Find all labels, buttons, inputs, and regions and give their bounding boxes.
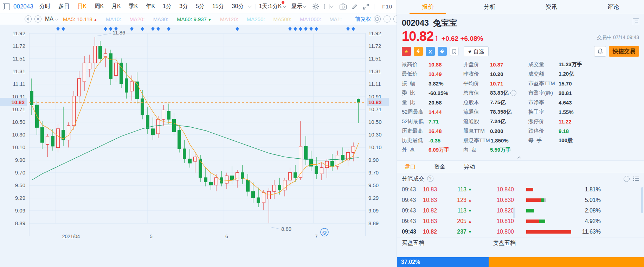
layout-icon[interactable] <box>324 4 329 9</box>
stat-cell: 总市值83.83亿··· <box>463 88 528 98</box>
cn-market-icon: ★ <box>402 47 411 56</box>
more-info-icon[interactable]: ··· <box>510 90 516 96</box>
chevron-down-icon[interactable] <box>303 4 307 8</box>
close-indicator-icon[interactable]: ✕ <box>34 15 41 23</box>
period-tab-5分[interactable]: 5分 <box>192 3 208 10</box>
period-tab-年K[interactable]: 年K <box>142 3 159 10</box>
quote-tab-分析[interactable]: 分析 <box>459 0 521 14</box>
svg-text:10.82: 10.82 <box>368 99 382 105</box>
svg-text:9.29: 9.29 <box>15 195 25 201</box>
undo-icon[interactable] <box>374 15 381 23</box>
stat-cell: 52周最低7.71 <box>402 117 463 126</box>
candlestick-chart[interactable]: 11.9211.9211.7211.7211.5111.5111.3111.31… <box>0 25 397 267</box>
stat-cell: 流通股7.24亿 <box>463 117 528 126</box>
period-tab-周K[interactable]: 周K <box>90 3 108 10</box>
display-menu[interactable]: 显示 <box>291 3 302 10</box>
svg-text:8.89: 8.89 <box>368 220 379 226</box>
quick-trade-button[interactable]: 快捷交易 <box>609 46 639 57</box>
price-distribution-row: 10.8104.92% <box>497 216 644 227</box>
stat-cell <box>528 145 639 155</box>
svg-text:8.89: 8.89 <box>281 226 291 232</box>
chart-toolbar: 002043 分时多日日K周K月K季K年K1分3分5分15分30分 1天:1分K… <box>0 0 397 13</box>
price-distribution-list[interactable]: 10.8401.81%10.8305.01%10.8202.08%10.8104… <box>493 184 644 237</box>
quote-tab-资讯[interactable]: 资讯 <box>521 0 582 14</box>
chevron-down-icon[interactable] <box>248 4 252 8</box>
stat-cell: 内 盘5.59万手 <box>463 145 528 155</box>
stat-cell: 外 盘6.09万手 <box>402 145 463 155</box>
period-tab-1分[interactable]: 1分 <box>159 3 175 10</box>
tick-trade-row: 09:4310.83205▲ <box>402 216 493 227</box>
buy-ratio-label: 37.02% <box>401 259 420 265</box>
stat-cell: 历史最低-0.35 <box>402 136 463 145</box>
tick-trades-header: 分笔成交 ? ··· <box>397 173 644 184</box>
pencil-icon[interactable] <box>352 4 358 10</box>
stat-cell: 委 比-60.25% <box>402 88 463 98</box>
tick-trade-list[interactable]: 09:4310.83113▼09:4310.83123▲09:4310.8211… <box>402 184 493 237</box>
orderflow-tabs: 盘口资金异动 <box>397 160 644 173</box>
fullscreen-icon[interactable] <box>363 4 369 10</box>
window-icon[interactable] <box>3 3 10 10</box>
indicator-bar: ✕ MA MA5: 10.118 ▲MA10:MA20:MA30:MA60: 9… <box>0 13 397 25</box>
tick-trade-row: 09:4310.83123▲ <box>402 195 493 205</box>
period-tab-分时[interactable]: 分时 <box>36 3 54 10</box>
watchlist-label: 自选 <box>474 48 484 55</box>
period-tab-日K[interactable]: 日K <box>73 3 91 10</box>
alert-bell-button[interactable] <box>594 46 606 57</box>
svg-text:9.70: 9.70 <box>15 170 25 176</box>
orderflow-tab-资金[interactable]: 资金 <box>434 163 445 171</box>
period-tab-15分[interactable]: 15分 <box>208 3 228 10</box>
period-combo[interactable]: 1天:1分K <box>259 3 282 10</box>
chevron-down-icon[interactable] <box>283 4 286 8</box>
heart-icon: ♥ <box>468 49 471 55</box>
stat-cell: 市盈率(静)20.81 <box>528 88 639 98</box>
chevron-down-icon[interactable] <box>330 4 334 8</box>
orderflow-tab-异动[interactable]: 异动 <box>464 163 475 171</box>
f10-button[interactable]: F10 <box>382 4 392 9</box>
indicator-name[interactable]: MA <box>45 16 53 22</box>
period-tab-季K[interactable]: 季K <box>125 3 142 10</box>
up-arrow-icon: ↑ <box>434 32 439 43</box>
stock-name: 兔宝宝 <box>433 18 457 28</box>
svg-text:10.50: 10.50 <box>368 119 382 125</box>
indicator-gear-icon[interactable] <box>25 15 32 23</box>
chevron-up-icon <box>517 156 521 160</box>
ma-value-MA1: MA1: <box>329 16 342 22</box>
add-watchlist-button[interactable]: ♥ 自选 <box>464 46 489 56</box>
panel-scrollbar[interactable] <box>641 187 643 213</box>
price-distribution-row: 10.8305.01% <box>497 195 644 205</box>
svg-text:@: @ <box>322 230 327 235</box>
stat-cell: 流通值78.358亿 <box>463 107 528 117</box>
zoom-out-icon[interactable]: − <box>384 15 391 23</box>
gear-icon[interactable] <box>313 3 319 10</box>
period-tab-月K[interactable]: 月K <box>108 3 125 10</box>
sell-depth-label[interactable]: 卖盘五档 <box>493 240 516 247</box>
buy-depth-label[interactable]: 买盘五档 <box>402 240 424 247</box>
buy-ratio-segment: 37.02% <box>397 257 489 267</box>
quote-tab-报价[interactable]: 报价 <box>397 0 459 14</box>
camera-icon[interactable] <box>340 4 347 9</box>
bookmark-icon[interactable] <box>450 47 459 56</box>
svg-text:11.72: 11.72 <box>13 43 25 49</box>
divider <box>374 4 374 9</box>
svg-text:7: 7 <box>315 234 318 239</box>
collapse-stats-button[interactable] <box>397 155 644 160</box>
chevron-down-icon[interactable] <box>55 17 58 20</box>
more-options-icon[interactable]: ··· <box>624 176 630 182</box>
period-tab-3分[interactable]: 3分 <box>175 3 192 10</box>
price-distribution-row: 10.80011.63% <box>497 227 644 237</box>
stat-cell: 历史最高16.48 <box>402 126 463 136</box>
help-icon[interactable]: ? <box>427 176 433 182</box>
adjust-mode-button[interactable]: 前复权 <box>355 16 371 23</box>
period-tab-多日[interactable]: 多日 <box>54 3 73 10</box>
tick-trade-row: 09:4310.82237▼ <box>402 227 493 237</box>
stock-code: 002043 <box>13 3 33 10</box>
price-change: +0.62 +6.08% <box>442 35 483 43</box>
period-tab-30分[interactable]: 30分 <box>228 3 248 10</box>
list-view-icon[interactable] <box>633 176 639 181</box>
quote-tab-评论[interactable]: 评论 <box>582 0 644 14</box>
orderflow-tab-盘口[interactable]: 盘口 <box>405 163 416 171</box>
stat-cell: 成交量11.23万手 <box>528 60 639 69</box>
detail-icon[interactable] <box>633 18 639 25</box>
stat-cell: 最高价10.88 <box>402 60 463 69</box>
tick-scrollbar[interactable] <box>513 208 515 218</box>
